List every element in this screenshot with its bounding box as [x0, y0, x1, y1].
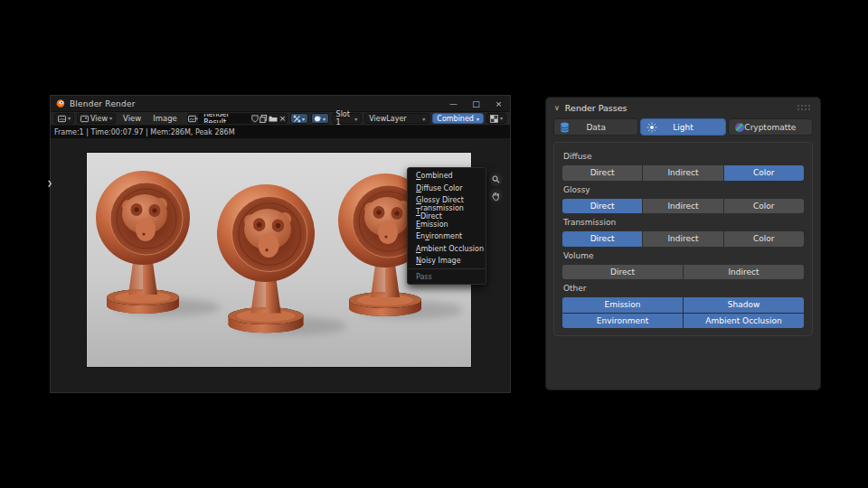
- slot-label: Slot 1: [336, 110, 353, 127]
- display-mode-label: View: [90, 115, 108, 123]
- chevron-down-icon: ▾: [109, 116, 112, 121]
- image-editor-icon: [58, 115, 66, 123]
- image-editor-canvas[interactable]: ❯: [51, 138, 510, 392]
- other-emission-toggle[interactable]: Emission: [562, 297, 683, 313]
- minimize-button[interactable]: —: [442, 96, 465, 111]
- section-transmission: Transmission Direct Indirect Color: [562, 218, 804, 247]
- desktop: Blender Render — □ × ▾ View: [0, 0, 868, 488]
- image-datablock: ▾ Render Result: [187, 113, 288, 124]
- blender-logo-icon: [55, 99, 65, 108]
- transmission-color-toggle[interactable]: Color: [724, 231, 804, 247]
- chevron-down-icon: ▾: [500, 116, 503, 121]
- glossy-indirect-toggle[interactable]: Indirect: [643, 199, 722, 214]
- menu-item-combined[interactable]: Combined: [408, 170, 486, 182]
- menu-item-environment[interactable]: Environment: [408, 230, 486, 242]
- shield-icon: [251, 115, 259, 123]
- zoom-gizmo[interactable]: [489, 173, 503, 186]
- menu-item-diffuse-color[interactable]: Diffuse Color: [408, 182, 486, 193]
- image-editor-header: ▾ View ▾ View Image ▾: [51, 112, 510, 126]
- unlink-image-button[interactable]: ×: [278, 114, 286, 123]
- channels-icon: [490, 115, 498, 123]
- menu-view[interactable]: View: [118, 114, 146, 123]
- chevron-down-icon: ▾: [354, 116, 357, 122]
- pass-label: Combined: [437, 115, 474, 123]
- section-volume: Volume Direct Indirect: [562, 251, 804, 280]
- render-passes-panel: ∨ Render Passes Data: [545, 97, 821, 390]
- menu-image[interactable]: Image: [148, 114, 182, 123]
- overlays-dropdown[interactable]: ▾: [311, 113, 329, 124]
- fake-user-button[interactable]: [250, 114, 259, 123]
- close-button[interactable]: ×: [487, 96, 510, 111]
- menu-item-transmission-direct[interactable]: Transmission Direct: [408, 206, 486, 218]
- diffuse-direct-toggle[interactable]: Direct: [562, 165, 642, 181]
- tab-label: Cryptomatte: [744, 123, 796, 132]
- display-channels-dropdown[interactable]: ▾: [486, 113, 506, 124]
- tab-data[interactable]: Data: [553, 118, 638, 136]
- view-layer-label: ViewLayer: [369, 115, 406, 123]
- light-icon: [646, 122, 657, 135]
- other-ambient-occlusion-toggle[interactable]: Ambient Occlusion: [684, 314, 804, 329]
- drag-handle-icon[interactable]: [797, 105, 812, 112]
- duplicate-image-button[interactable]: [259, 114, 268, 123]
- panel-header[interactable]: ∨ Render Passes: [546, 98, 820, 118]
- tab-light[interactable]: Light: [640, 118, 725, 136]
- section-label: Glossy: [563, 185, 803, 194]
- menu-item-noisy-image[interactable]: Noisy Image: [408, 255, 486, 267]
- overlay-sphere-icon: [314, 115, 322, 123]
- tab-label: Light: [673, 123, 693, 132]
- maximize-button[interactable]: □: [465, 96, 487, 111]
- tab-cryptomatte[interactable]: Cryptomatte: [728, 118, 813, 136]
- chevron-down-icon: ▾: [323, 116, 326, 122]
- render-stats: Frame:1 | Time:00:07.97 | Mem:286M, Peak…: [54, 128, 235, 136]
- glossy-direct-toggle[interactable]: Direct: [562, 199, 642, 214]
- section-label: Transmission: [563, 218, 803, 227]
- title-bar[interactable]: Blender Render — □ ×: [51, 96, 510, 112]
- transmission-indirect-toggle[interactable]: Indirect: [643, 231, 722, 247]
- panel-collapse-chevron-icon[interactable]: ∨: [554, 104, 560, 112]
- pass-menu: Combined Diffuse Color Glossy Direct Tra…: [407, 167, 486, 285]
- menu-item-ambient-occlusion[interactable]: Ambient Occlusion: [408, 242, 486, 254]
- open-image-button[interactable]: [268, 114, 278, 123]
- window-controls: — □ ×: [442, 96, 510, 111]
- volume-indirect-toggle[interactable]: Indirect: [684, 265, 804, 280]
- section-label: Other: [563, 284, 803, 293]
- cryptomatte-icon: [734, 122, 745, 135]
- pass-dropdown[interactable]: Combined ▾: [432, 113, 484, 124]
- other-environment-toggle[interactable]: Environment: [562, 314, 683, 329]
- pan-gizmo[interactable]: [489, 189, 503, 202]
- other-shadow-toggle[interactable]: Shadow: [684, 297, 804, 313]
- panel-content: Diffuse Direct Indirect Color Glossy Dir…: [553, 142, 813, 336]
- magnifier-icon: [492, 175, 500, 183]
- section-label: Volume: [563, 251, 803, 260]
- browse-image-dropdown[interactable]: ▾: [188, 114, 199, 123]
- region-expand-arrow[interactable]: ❯: [47, 180, 52, 187]
- panel-title: Render Passes: [565, 103, 627, 113]
- glossy-color-toggle[interactable]: Color: [724, 199, 804, 214]
- gizmos-dropdown[interactable]: ▾: [290, 113, 308, 124]
- diffuse-color-toggle[interactable]: Color: [724, 165, 804, 181]
- database-icon: [560, 122, 570, 135]
- menu-separator: [408, 268, 486, 269]
- folder-icon: [269, 115, 278, 123]
- slot-dropdown[interactable]: Slot 1 ▾: [332, 113, 363, 124]
- volume-direct-toggle[interactable]: Direct: [562, 265, 683, 280]
- section-label: Diffuse: [563, 152, 803, 161]
- chevron-down-icon: ▾: [476, 116, 479, 122]
- chevron-down-icon: ▾: [302, 116, 305, 122]
- display-mode-dropdown[interactable]: View ▾: [77, 113, 116, 124]
- close-icon: ×: [279, 115, 287, 123]
- editor-type-dropdown[interactable]: ▾: [54, 113, 74, 124]
- browse-image-icon: [188, 115, 196, 123]
- section-diffuse: Diffuse Direct Indirect Color: [562, 152, 804, 181]
- gizmo-icon: [293, 115, 301, 123]
- hand-icon: [492, 192, 500, 201]
- section-other: Other Emission Shadow Environment Ambien…: [562, 284, 804, 328]
- image-name-field[interactable]: Render Result: [198, 114, 250, 123]
- duplicate-icon: [259, 115, 268, 123]
- pass-category-tabs: Data Light: [546, 118, 820, 136]
- view-layer-dropdown[interactable]: ViewLayer ▾: [364, 113, 429, 124]
- menu-section-label: Pass: [408, 271, 486, 282]
- transmission-direct-toggle[interactable]: Direct: [562, 231, 642, 247]
- diffuse-indirect-toggle[interactable]: Indirect: [643, 165, 722, 181]
- window-title: Blender Render: [70, 99, 136, 108]
